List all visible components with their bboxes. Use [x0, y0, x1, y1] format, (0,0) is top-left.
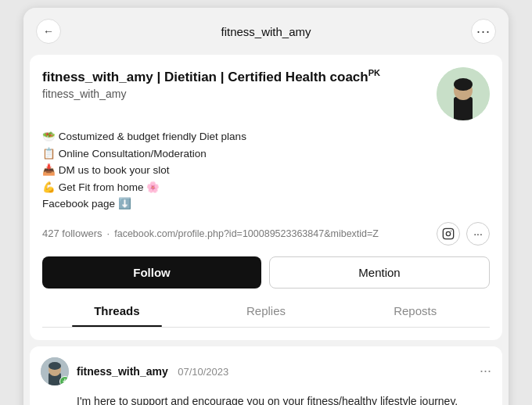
thread-user-info: fitness_with_amy 07/10/2023	[77, 364, 228, 378]
profile-info: fitness_with_amy | Dietitian | Certified…	[42, 67, 427, 100]
more-social-button[interactable]: ···	[466, 222, 490, 246]
tab-replies[interactable]: Replies	[192, 295, 341, 327]
thread-card: + fitness_with_amy 07/10/2023 ··· I'm he…	[30, 346, 502, 405]
svg-point-6	[451, 231, 451, 231]
bio-line-3: 📥 DM us to book your slot	[42, 162, 490, 179]
bio-line-2: 📋 Online Consultation/Moderation	[42, 145, 490, 163]
top-more-button[interactable]: ···	[471, 19, 496, 44]
svg-rect-4	[443, 228, 453, 238]
back-button[interactable]: ←	[36, 19, 61, 44]
thread-username: fitness_with_amy	[77, 365, 168, 378]
profile-header: fitness_with_amy | Dietitian | Certified…	[42, 67, 490, 120]
facebook-link[interactable]: facebook.com/profile.php?id=100089523363…	[114, 228, 379, 239]
thread-date: 07/10/2023	[178, 366, 228, 378]
page-title: fitness_with_amy	[221, 25, 311, 38]
more-social-icon: ···	[473, 228, 483, 240]
svg-point-10	[49, 362, 61, 370]
social-icons: ···	[437, 222, 490, 246]
instagram-icon-button[interactable]	[437, 222, 460, 246]
action-row: Follow Mention	[42, 256, 490, 289]
svg-point-3	[454, 78, 473, 91]
stats-row: 427 followers · facebook.com/profile.php…	[42, 222, 490, 246]
separator: ·	[107, 228, 110, 239]
thread-user-row: + fitness_with_amy 07/10/2023	[41, 357, 228, 385]
plus-badge: +	[59, 376, 69, 385]
thread-avatar: +	[41, 357, 69, 385]
phone-container: ← fitness_with_amy ··· fitness_with_amy …	[23, 8, 509, 405]
follow-button[interactable]: Follow	[42, 256, 261, 289]
top-bar: ← fitness_with_amy ···	[23, 8, 509, 55]
profile-name: fitness_with_amy | Dietitian | Certified…	[42, 67, 427, 86]
bio-line-1: 🥗 Costumized & budget friendly Diet plan…	[42, 128, 490, 145]
tab-reposts[interactable]: Reposts	[340, 295, 490, 327]
tab-threads[interactable]: Threads	[42, 295, 192, 327]
thread-body: I'm here to support and encourage you on…	[41, 393, 491, 405]
thread-more-button[interactable]: ···	[480, 363, 491, 379]
back-icon: ←	[43, 25, 54, 38]
avatar-image	[437, 67, 490, 120]
name-suffix: PK	[368, 68, 380, 77]
profile-username: fitness_with_amy	[42, 88, 427, 100]
avatar	[437, 67, 490, 120]
tabs-row: Threads Replies Reposts	[42, 295, 490, 328]
followers-count: 427 followers	[42, 228, 102, 239]
svg-rect-1	[454, 97, 473, 120]
svg-point-5	[446, 231, 450, 235]
bio-section: 🥗 Costumized & budget friendly Diet plan…	[42, 128, 490, 213]
mention-button[interactable]: Mention	[269, 256, 490, 289]
instagram-icon	[442, 228, 455, 240]
top-more-icon: ···	[476, 23, 491, 40]
bio-line-4: 💪 Get Fit from home 🌸	[42, 179, 490, 196]
thread-header: + fitness_with_amy 07/10/2023 ···	[41, 357, 491, 385]
bio-line-5: Facebook page ⬇️	[42, 195, 490, 213]
profile-card: fitness_with_amy | Dietitian | Certified…	[30, 55, 502, 340]
